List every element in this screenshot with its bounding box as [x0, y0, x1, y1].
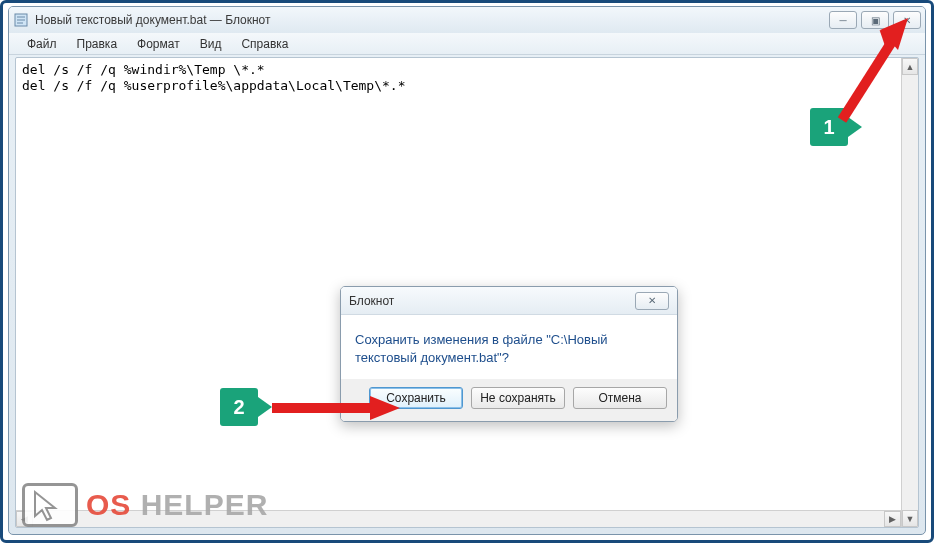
dialog-close-button[interactable]: ✕: [635, 292, 669, 310]
minimize-button[interactable]: ─: [829, 11, 857, 29]
callout-number: 2: [233, 396, 244, 419]
dialog-titlebar[interactable]: Блокнот ✕: [341, 287, 677, 315]
menubar: Файл Правка Формат Вид Справка: [9, 33, 925, 55]
dont-save-button[interactable]: Не сохранять: [471, 387, 565, 409]
save-button[interactable]: Сохранить: [369, 387, 463, 409]
callout-number: 1: [823, 116, 834, 139]
watermark-os: OS: [86, 488, 131, 521]
notepad-icon: [13, 12, 29, 28]
watermark-logo: OS HELPER: [22, 483, 268, 527]
maximize-button[interactable]: ▣: [861, 11, 889, 29]
titlebar[interactable]: Новый текстовый документ.bat — Блокнот ─…: [9, 7, 925, 33]
save-dialog: Блокнот ✕ Сохранить изменения в файле "C…: [340, 286, 678, 422]
window-title: Новый текстовый документ.bat — Блокнот: [35, 13, 829, 27]
scroll-down-icon[interactable]: ▼: [902, 510, 918, 527]
svg-marker-9: [35, 492, 55, 520]
close-button[interactable]: ✕: [893, 11, 921, 29]
dialog-title: Блокнот: [349, 294, 635, 308]
vertical-scrollbar[interactable]: ▲ ▼: [901, 58, 918, 527]
window-controls: ─ ▣ ✕: [829, 11, 921, 29]
annotation-callout-1: 1: [810, 108, 848, 146]
annotation-callout-2: 2: [220, 388, 258, 426]
dialog-button-row: Сохранить Не сохранять Отмена: [341, 379, 677, 421]
scroll-right-icon[interactable]: ▶: [884, 511, 901, 527]
menu-help[interactable]: Справка: [233, 35, 296, 53]
watermark-helper: HELPER: [131, 488, 268, 521]
notepad-window: Новый текстовый документ.bat — Блокнот ─…: [8, 6, 926, 535]
editor-content[interactable]: del /s /f /q %windir%\Temp \*.* del /s /…: [16, 58, 918, 98]
code-line-2: del /s /f /q %userprofile%\appdata\Local…: [22, 78, 406, 93]
menu-view[interactable]: Вид: [192, 35, 230, 53]
menu-format[interactable]: Формат: [129, 35, 188, 53]
cancel-button[interactable]: Отмена: [573, 387, 667, 409]
cursor-monitor-icon: [22, 483, 78, 527]
dialog-message: Сохранить изменения в файле "C:\Новый те…: [341, 315, 677, 379]
code-line-1: del /s /f /q %windir%\Temp \*.*: [22, 62, 265, 77]
menu-file[interactable]: Файл: [19, 35, 65, 53]
watermark-text: OS HELPER: [86, 488, 268, 522]
menu-edit[interactable]: Правка: [69, 35, 126, 53]
scroll-up-icon[interactable]: ▲: [902, 58, 918, 75]
